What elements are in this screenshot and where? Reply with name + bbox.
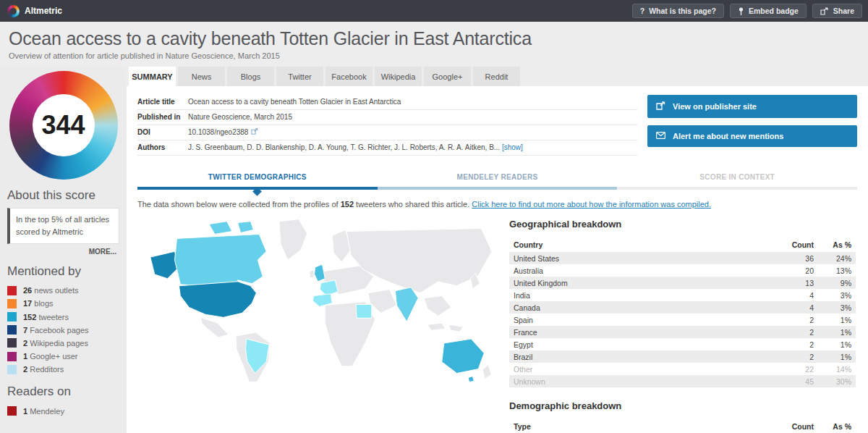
compilation-info-link[interactable]: Click here to find out more about how th… xyxy=(472,200,711,209)
readers-on-heading: Readers on xyxy=(7,384,119,399)
geo-row: Canada43% xyxy=(509,301,856,314)
map-mexico xyxy=(200,317,229,337)
geo-row-pct: 13% xyxy=(818,264,856,277)
geo-row: United Kingdom139% xyxy=(509,277,856,289)
reader-item-mendeley[interactable]: 1 Mendeley xyxy=(7,404,119,417)
color-swatch xyxy=(7,352,17,361)
subtab-twitter-demographics[interactable]: TWITTER DEMOGRAPHICS xyxy=(137,173,378,187)
mention-item-wikipedia-pages[interactable]: 2 Wikipedia pages xyxy=(7,337,119,350)
altmetric-donut-icon xyxy=(7,5,20,17)
tab-facebook[interactable]: Facebook xyxy=(326,67,373,86)
color-swatch xyxy=(7,365,17,374)
top-bar: Altmetric ? What is this page? Embed bad… xyxy=(0,0,868,22)
world-map-container: 2 36 xyxy=(137,213,499,433)
demographic-breakdown-heading: Demographic breakdown xyxy=(509,400,856,411)
map-indonesia-2 xyxy=(449,324,464,332)
geo-row-name: Australia xyxy=(509,264,780,277)
embed-badge-button[interactable]: Embed badge xyxy=(730,4,807,18)
map-australia xyxy=(442,339,484,374)
twitter-demographics-intro: The data shown below were collected from… xyxy=(137,200,857,209)
geo-row-count: 45 xyxy=(780,375,818,387)
geo-row-pct: 1% xyxy=(818,350,856,363)
authors-show-link[interactable]: [show] xyxy=(502,143,523,151)
map-india xyxy=(395,287,418,322)
tab-wikipedia[interactable]: Wikipedia xyxy=(375,67,422,86)
altmetric-logo[interactable]: Altmetric xyxy=(7,5,62,17)
alert-new-mentions-button[interactable]: Alert me about new mentions xyxy=(647,125,857,147)
color-swatch xyxy=(7,406,17,416)
map-tasmania xyxy=(468,376,474,382)
about-score-heading: About this score xyxy=(7,188,119,203)
map-indonesia xyxy=(427,323,446,330)
more-link[interactable]: MORE... xyxy=(10,248,116,256)
map-united-kingdom xyxy=(315,264,326,282)
map-united-states xyxy=(179,282,256,318)
info-value: 10.1038/ngeo2388 xyxy=(188,128,258,136)
intro-text-mid: tweeters who shared this article. xyxy=(354,200,472,209)
geo-row: Egypt21% xyxy=(509,338,856,350)
tab-news[interactable]: News xyxy=(178,67,225,86)
external-link-icon[interactable] xyxy=(251,128,258,136)
color-swatch xyxy=(7,338,17,348)
tab-summary[interactable]: SUMMARY xyxy=(129,67,176,86)
mention-label: 7 Facebook pages xyxy=(23,326,89,335)
alert-new-mentions-label: Alert me about new mentions xyxy=(673,132,783,140)
subtab-progress-bar xyxy=(137,187,857,190)
info-label: Authors xyxy=(137,143,188,151)
intro-text-start: The data shown below were collected from… xyxy=(137,200,341,209)
tab-google-[interactable]: Google+ xyxy=(424,67,471,86)
subtab-mendeley-readers[interactable]: MENDELEY READERS xyxy=(378,173,618,187)
tab-blogs[interactable]: Blogs xyxy=(227,67,274,86)
mention-item-redditors[interactable]: 2 Redditors xyxy=(7,363,119,376)
geo-row-pct: 1% xyxy=(818,314,856,326)
source-tabs: SUMMARYNewsBlogsTwitterFacebookWikipedia… xyxy=(127,67,868,86)
subtab-bar-active-segment xyxy=(137,187,378,190)
tweeter-count: 152 xyxy=(341,200,354,209)
info-label: Published in xyxy=(137,113,188,121)
geo-row-name: United States xyxy=(509,252,780,264)
geo-row: Unknown4530% xyxy=(509,375,856,387)
mention-item-blogs[interactable]: 17 blogs xyxy=(7,297,119,310)
mention-item-facebook-pages[interactable]: 7 Facebook pages xyxy=(7,324,119,337)
share-icon xyxy=(820,7,829,15)
article-info-row: Article titleOcean access to a cavity be… xyxy=(137,95,637,110)
tab-twitter[interactable]: Twitter xyxy=(276,67,323,86)
color-swatch xyxy=(7,325,17,335)
share-button[interactable]: Share xyxy=(812,4,862,18)
mention-label: 152 tweeters xyxy=(23,313,69,321)
info-value: Ocean access to a cavity beneath Totten … xyxy=(188,98,401,106)
map-egypt xyxy=(356,304,372,318)
demo-col-pct: As % xyxy=(818,420,856,433)
geo-row-count: 4 xyxy=(780,301,818,314)
geo-row-count: 36 xyxy=(780,252,818,264)
geo-row: India43% xyxy=(509,289,856,301)
mention-label: 1 Mendeley xyxy=(23,407,64,416)
score-summary-box: In the top 5% of all articles scored by … xyxy=(7,208,119,244)
what-is-this-page-label: What is this page? xyxy=(649,7,716,15)
tab-reddit[interactable]: Reddit xyxy=(473,67,520,86)
info-label: DOI xyxy=(137,128,188,136)
info-value: Nature Geoscience, March 2015 xyxy=(188,113,292,121)
geo-row-name: Other xyxy=(509,363,780,375)
mention-item-news-outlets[interactable]: 26 news outlets xyxy=(7,284,119,297)
pin-icon xyxy=(738,7,744,15)
map-ireland xyxy=(310,270,315,278)
tweeters-choropleth-map[interactable] xyxy=(137,213,499,394)
mention-label: 17 blogs xyxy=(23,299,54,308)
color-swatch xyxy=(7,312,17,321)
page-header: Ocean access to a cavity beneath Totten … xyxy=(0,22,868,67)
share-label: Share xyxy=(833,7,854,15)
view-on-publisher-site-button[interactable]: View on publisher site xyxy=(647,95,857,118)
view-on-publisher-site-label: View on publisher site xyxy=(673,102,757,111)
geo-row: United States3624% xyxy=(509,252,856,264)
what-is-this-page-button[interactable]: ? What is this page? xyxy=(632,4,724,18)
mention-item-google-user[interactable]: 1 Google+ user xyxy=(7,350,119,363)
color-swatch xyxy=(7,286,17,295)
mention-item-tweeters[interactable]: 152 tweeters xyxy=(7,310,119,323)
page-title: Ocean access to a cavity beneath Totten … xyxy=(9,28,868,49)
geo-row-name: Spain xyxy=(509,314,780,326)
geo-row-count: 20 xyxy=(780,264,818,277)
geo-row-name: United Kingdom xyxy=(509,277,780,289)
subtab-score-in-context[interactable]: SCORE IN CONTEXT xyxy=(617,173,857,187)
geo-row: Australia2013% xyxy=(509,264,856,277)
